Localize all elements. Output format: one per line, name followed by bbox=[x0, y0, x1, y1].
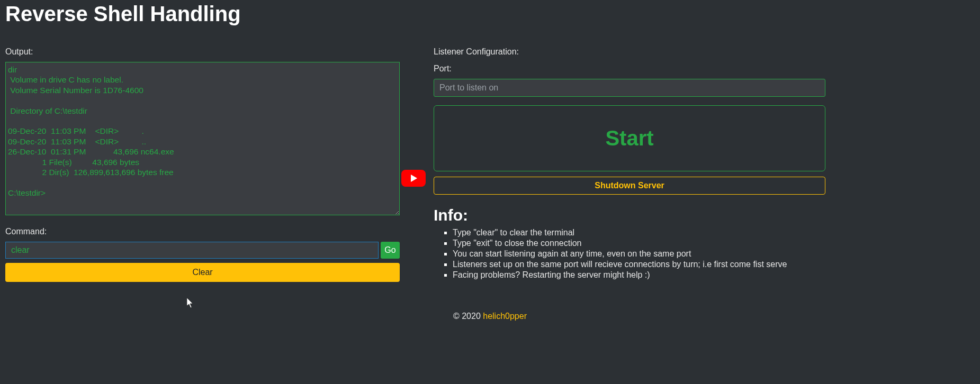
command-input[interactable] bbox=[5, 242, 379, 259]
go-button[interactable]: Go bbox=[381, 242, 400, 259]
port-input[interactable] bbox=[434, 79, 825, 97]
info-item: Type "exit" to close the connection bbox=[453, 238, 825, 249]
output-terminal[interactable] bbox=[5, 62, 400, 215]
listener-panel: Listener Configuration: Port: Start Shut… bbox=[434, 47, 979, 280]
start-button[interactable]: Start bbox=[434, 105, 825, 171]
clear-button[interactable]: Clear bbox=[5, 263, 400, 282]
output-panel: Output: Command: Go Clear bbox=[5, 47, 400, 282]
footer: © 2020 helich0pper bbox=[5, 312, 975, 321]
footer-copyright: © 2020 bbox=[453, 312, 483, 321]
info-item: Type "clear" to clear the terminal bbox=[453, 227, 825, 238]
output-label: Output: bbox=[5, 47, 400, 57]
listener-heading: Listener Configuration: bbox=[434, 47, 825, 57]
mouse-cursor-icon bbox=[187, 298, 194, 308]
info-heading: Info: bbox=[434, 206, 825, 224]
command-label: Command: bbox=[5, 227, 400, 236]
footer-author-link[interactable]: helich0pper bbox=[483, 312, 527, 321]
page-title: Reverse Shell Handling bbox=[5, 2, 975, 26]
port-label: Port: bbox=[434, 64, 825, 74]
video-play-icon[interactable] bbox=[401, 170, 426, 187]
info-item: Listeners set up on the same port will r… bbox=[453, 259, 825, 270]
svg-marker-0 bbox=[411, 175, 417, 182]
info-item: Facing problems? Restarting the server m… bbox=[453, 270, 825, 280]
info-list: Type "clear" to clear the terminal Type … bbox=[434, 227, 825, 280]
shutdown-button[interactable]: Shutdown Server bbox=[434, 177, 825, 195]
info-item: You can start listening again at any tim… bbox=[453, 249, 825, 259]
